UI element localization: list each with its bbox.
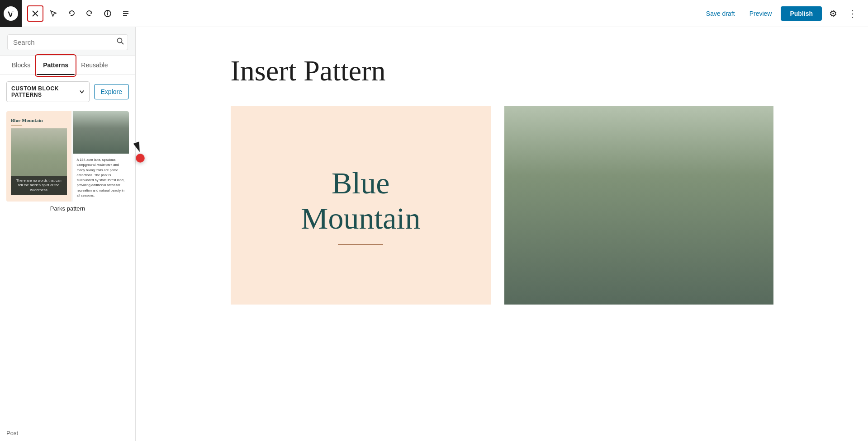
svg-line-9 (122, 42, 124, 45)
main-layout: Blocks Patterns Reusable CUSTOM BLOCK PA… (0, 27, 868, 441)
wp-logo (0, 0, 22, 27)
tabs-row: Blocks Patterns Reusable (0, 56, 135, 75)
toolbar: Save draft Preview Publish ⚙ ⋮ (0, 0, 868, 27)
info-icon (104, 9, 112, 18)
settings-button[interactable]: ⚙ (825, 5, 841, 22)
search-icon-button[interactable] (116, 37, 124, 47)
undo-button[interactable] (63, 5, 80, 22)
pattern-name: Parks pattern (6, 202, 129, 214)
category-row: CUSTOM BLOCK PATTERNS Explore (0, 75, 135, 107)
pattern-left-line (11, 125, 22, 126)
pattern-right: A 154-acre lake, spacious campground, wa… (73, 111, 129, 202)
search-area (0, 27, 135, 56)
pattern-blocks-row: BlueMountain (231, 106, 773, 305)
undo-icon (67, 9, 76, 18)
svg-point-4 (108, 12, 108, 12)
list-view-button[interactable] (118, 5, 134, 22)
close-icon (32, 10, 39, 17)
patterns-list: Blue Mountain There are no words that ca… (0, 107, 135, 425)
save-draft-button[interactable]: Save draft (701, 7, 740, 20)
tab-blocks[interactable]: Blocks (5, 56, 37, 75)
pattern-left-img: There are no words that can tell the hid… (11, 128, 67, 196)
wp-logo-icon (4, 6, 18, 21)
category-dropdown[interactable]: CUSTOM BLOCK PATTERNS (6, 81, 90, 102)
content-inner: Insert Pattern BlueMountain (231, 54, 773, 305)
pattern-right-text: A 154-acre lake, spacious campground, wa… (73, 154, 129, 202)
explore-button[interactable]: Explore (94, 84, 129, 99)
pattern-preview: Blue Mountain There are no words that ca… (6, 111, 129, 202)
blue-mountain-title: BlueMountain (301, 165, 420, 236)
forest-photo-block[interactable] (504, 106, 773, 305)
svg-point-8 (118, 38, 122, 43)
page-title: Insert Pattern (231, 54, 773, 88)
blue-mountain-line (338, 244, 383, 245)
blue-mountain-block[interactable]: BlueMountain (231, 106, 491, 305)
chevron-down-icon (79, 89, 85, 95)
block-tools-button[interactable] (45, 5, 62, 22)
sidebar: Blocks Patterns Reusable CUSTOM BLOCK PA… (0, 27, 136, 441)
search-box (7, 34, 128, 50)
category-label: CUSTOM BLOCK PATTERNS (11, 85, 79, 98)
redo-button[interactable] (81, 5, 98, 22)
more-options-button[interactable]: ⋮ (844, 5, 861, 22)
main-content[interactable]: Insert Pattern BlueMountain (136, 27, 868, 441)
breadcrumb-bar: Post (0, 425, 135, 441)
pattern-card[interactable]: Blue Mountain There are no words that ca… (6, 111, 129, 214)
pattern-left-title: Blue Mountain (11, 117, 67, 123)
tab-patterns[interactable]: Patterns (37, 56, 75, 75)
pattern-left: Blue Mountain There are no words that ca… (6, 111, 71, 202)
tab-reusable[interactable]: Reusable (75, 56, 114, 75)
info-button[interactable] (100, 5, 116, 22)
close-button[interactable] (27, 5, 43, 22)
breadcrumb: Post (6, 430, 18, 436)
redo-icon (85, 9, 94, 18)
pattern-right-photo (73, 111, 129, 154)
search-icon (116, 37, 124, 45)
pattern-overlay-text: There are no words that can tell the hid… (11, 176, 67, 195)
preview-button[interactable]: Preview (744, 7, 778, 20)
cursor-icon (49, 9, 57, 18)
publish-button[interactable]: Publish (781, 6, 822, 21)
list-view-icon (122, 9, 130, 18)
search-input[interactable] (7, 34, 128, 50)
toolbar-right: Save draft Preview Publish ⚙ ⋮ (701, 5, 861, 22)
